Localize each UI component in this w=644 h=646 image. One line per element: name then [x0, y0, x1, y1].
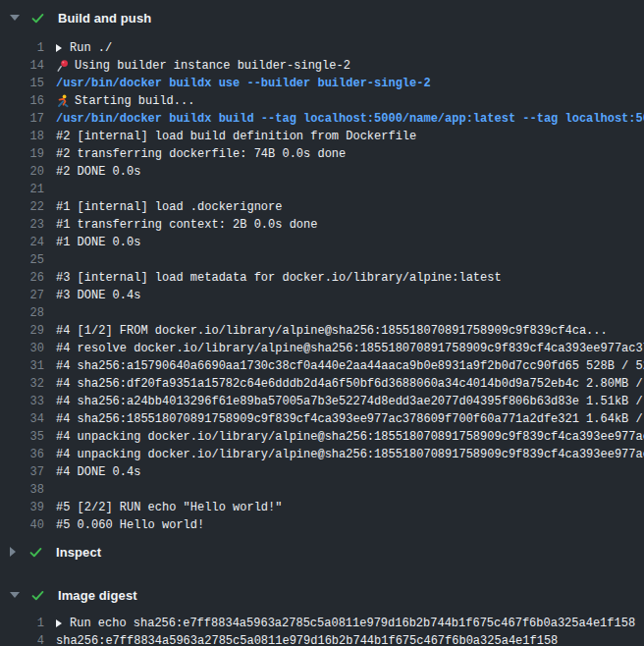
log-message: #4 DONE 0.4s: [56, 463, 140, 481]
line-number[interactable]: 25: [0, 251, 44, 269]
log-line: 35#4 unpacking docker.io/library/alpine@…: [0, 428, 644, 446]
line-number[interactable]: 14: [0, 57, 44, 75]
log-message: #2 [internal] load build definition from…: [56, 128, 416, 145]
line-number[interactable]: 17: [0, 110, 44, 128]
line-number[interactable]: 31: [0, 357, 44, 375]
line-number[interactable]: 27: [0, 287, 44, 304]
workflow-log-viewer: Build and push1Run ./14Using builder ins…: [0, 8, 644, 646]
section-header-inspect[interactable]: Inspect: [0, 542, 644, 562]
section-build-and-push: Build and push1Run ./14Using builder ins…: [0, 8, 644, 534]
line-number[interactable]: 21: [0, 181, 44, 198]
log-line: 16Starting build...: [0, 92, 644, 110]
line-number[interactable]: 40: [0, 516, 44, 534]
command-text: /usr/bin/docker buildx use --builder bui…: [56, 75, 431, 92]
log-line-content: sha256:e7ff8834a5963a2785c5a0811e979d16b…: [56, 632, 558, 646]
log-line: 25: [0, 251, 644, 269]
log-line-content: Starting build...: [56, 92, 194, 110]
section-header-build-and-push[interactable]: Build and push: [0, 8, 644, 27]
line-number[interactable]: 34: [0, 410, 44, 428]
line-number[interactable]: 29: [0, 322, 44, 340]
log-line-content: /usr/bin/docker buildx use --builder bui…: [56, 75, 431, 92]
runner-icon: [56, 94, 70, 108]
log-line: 36#4 unpacking docker.io/library/alpine@…: [0, 446, 644, 463]
line-number[interactable]: 16: [0, 92, 44, 110]
log-line: 4sha256:e7ff8834a5963a2785c5a0811e979d16…: [0, 632, 644, 646]
log-line-content: #4 [1/2] FROM docker.io/library/alpine@s…: [56, 322, 608, 340]
log-message: #4 unpacking docker.io/library/alpine@sh…: [56, 428, 644, 446]
line-number[interactable]: 30: [0, 340, 44, 357]
log-line-content: #4 sha256:185518070891758909c9f839cf4ca3…: [56, 410, 644, 428]
log-line-content: #2 transferring dockerfile: 74B 0.0s don…: [56, 145, 346, 163]
line-number[interactable]: 28: [0, 304, 44, 322]
log-line: 20#2 DONE 0.0s: [0, 163, 644, 181]
log-line: 38: [0, 481, 644, 499]
log-line: 1Run echo sha256:e7ff8834a5963a2785c5a08…: [0, 615, 644, 632]
section-title: Build and push: [58, 11, 151, 26]
line-number[interactable]: 20: [0, 163, 44, 181]
log-message: #5 [2/2] RUN echo "Hello world!": [56, 499, 282, 516]
line-number[interactable]: 24: [0, 234, 44, 251]
line-number[interactable]: 1: [0, 39, 44, 57]
run-expand-icon[interactable]: [56, 619, 62, 627]
line-number[interactable]: 26: [0, 269, 44, 287]
log-message: #1 [internal] load .dockerignore: [56, 198, 282, 216]
line-number[interactable]: 19: [0, 145, 44, 163]
log-message: #4 resolve docker.io/library/alpine@sha2…: [56, 340, 644, 357]
log-line-content: #2 [internal] load build definition from…: [56, 128, 416, 145]
log-lines-build-and-push: 1Run ./14Using builder instance builder-…: [0, 39, 644, 534]
section-header-image-digest[interactable]: Image digest: [0, 585, 644, 605]
log-line-content: #4 sha256:a24bb4013296f61e89ba57005a7b3e…: [56, 393, 644, 410]
chevron-down-icon[interactable]: [10, 15, 20, 21]
log-line: 27#3 DONE 0.4s: [0, 287, 644, 304]
log-line: 37#4 DONE 0.4s: [0, 463, 644, 481]
log-line-content: #4 unpacking docker.io/library/alpine@sh…: [56, 446, 644, 463]
log-line: 21: [0, 181, 644, 198]
log-line-content: #4 DONE 0.4s: [56, 463, 140, 481]
log-message: #4 [1/2] FROM docker.io/library/alpine@s…: [56, 322, 608, 340]
line-number[interactable]: 39: [0, 499, 44, 516]
log-line: 29#4 [1/2] FROM docker.io/library/alpine…: [0, 322, 644, 340]
chevron-right-icon[interactable]: [10, 547, 16, 557]
line-number[interactable]: 33: [0, 393, 44, 410]
line-number[interactable]: 22: [0, 198, 44, 216]
log-message: #4 sha256:df20fa9351a15782c64e6dddb2d4a6…: [56, 375, 644, 393]
log-line-content: #4 sha256:a15790640a6690aa1730c38cf0a440…: [56, 357, 644, 375]
line-number[interactable]: 15: [0, 75, 44, 92]
line-number[interactable]: 4: [0, 632, 44, 646]
line-number[interactable]: 1: [0, 615, 44, 632]
log-message: #1 DONE 0.0s: [56, 234, 140, 251]
log-line: 14Using builder instance builder-single-…: [0, 57, 644, 75]
log-line: 17/usr/bin/docker buildx build --tag loc…: [0, 110, 644, 128]
log-message: #5 0.060 Hello world!: [56, 516, 204, 534]
line-number[interactable]: 35: [0, 428, 44, 446]
log-line-content: #2 DONE 0.0s: [56, 163, 140, 181]
log-line: 33#4 sha256:a24bb4013296f61e89ba57005a7b…: [0, 393, 644, 410]
line-number[interactable]: 36: [0, 446, 44, 463]
line-number[interactable]: 23: [0, 216, 44, 234]
log-line-content: #1 transferring context: 2B 0.0s done: [56, 216, 317, 234]
log-line-content: #5 0.060 Hello world!: [56, 516, 204, 534]
section-image-digest: Image digest1Run echo sha256:e7ff8834a59…: [0, 585, 644, 646]
log-line-content: Run echo sha256:e7ff8834a5963a2785c5a081…: [56, 615, 635, 632]
line-number[interactable]: 18: [0, 128, 44, 145]
log-line: 19#2 transferring dockerfile: 74B 0.0s d…: [0, 145, 644, 163]
log-line-content: #4 unpacking docker.io/library/alpine@sh…: [56, 428, 644, 446]
log-line-content: #4 resolve docker.io/library/alpine@sha2…: [56, 340, 644, 357]
log-line-content: #3 [internal] load metadata for docker.i…: [56, 269, 502, 287]
log-line: 26#3 [internal] load metadata for docker…: [0, 269, 644, 287]
log-message: #2 transferring dockerfile: 74B 0.0s don…: [56, 145, 346, 163]
check-success-icon: [30, 11, 45, 26]
log-message: Run ./: [70, 39, 112, 57]
run-expand-icon[interactable]: [56, 44, 62, 52]
log-message: #4 sha256:185518070891758909c9f839cf4ca3…: [56, 410, 644, 428]
log-message: sha256:e7ff8834a5963a2785c5a0811e979d16b…: [56, 632, 558, 646]
log-message: #3 [internal] load metadata for docker.i…: [56, 269, 502, 287]
chevron-down-icon[interactable]: [10, 592, 20, 598]
log-line-content: /usr/bin/docker buildx build --tag local…: [56, 110, 644, 128]
line-number[interactable]: 38: [0, 481, 44, 499]
log-message: #2 DONE 0.0s: [56, 163, 140, 181]
log-line-content: #4 sha256:df20fa9351a15782c64e6dddb2d4a6…: [56, 375, 644, 393]
log-message: #3 DONE 0.4s: [56, 287, 140, 304]
line-number[interactable]: 32: [0, 375, 44, 393]
line-number[interactable]: 37: [0, 463, 44, 481]
